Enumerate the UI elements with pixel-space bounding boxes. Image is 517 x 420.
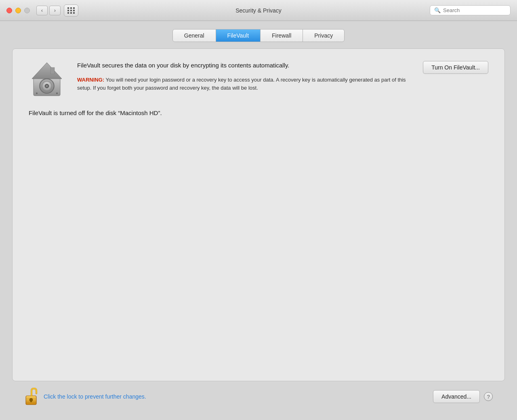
maximize-button[interactable] xyxy=(24,8,30,13)
filevault-icon xyxy=(29,61,65,97)
warning-body: You will need your login password or a r… xyxy=(77,77,406,91)
help-button[interactable]: ? xyxy=(484,392,493,401)
window-title: Security & Privacy xyxy=(235,7,282,14)
svg-rect-11 xyxy=(30,400,32,402)
filevault-status: FileVault is turned off for the disk “Ma… xyxy=(29,109,488,116)
close-button[interactable] xyxy=(6,8,12,13)
grid-icon xyxy=(67,7,75,14)
forward-button[interactable]: › xyxy=(49,6,61,15)
filevault-panel: FileVault secures the data on your disk … xyxy=(12,48,505,381)
traffic-lights xyxy=(6,8,30,13)
warning-label: WARNING: xyxy=(77,77,104,83)
panel-description: FileVault secures the data on your disk … xyxy=(77,61,411,92)
minimize-button[interactable] xyxy=(15,8,21,13)
lock-toggle[interactable]: Click the lock to prevent further change… xyxy=(24,388,146,405)
tab-privacy[interactable]: Privacy xyxy=(303,29,344,42)
main-content: General FileVault Firewall Privacy xyxy=(0,21,517,420)
bottom-bar: Click the lock to prevent further change… xyxy=(12,381,505,412)
back-button[interactable]: ‹ xyxy=(36,6,48,15)
search-bar[interactable]: 🔍 xyxy=(430,5,511,15)
tabs: General FileVault Firewall Privacy xyxy=(172,29,345,42)
svg-rect-2 xyxy=(50,67,55,74)
svg-point-6 xyxy=(46,85,48,87)
grid-view-button[interactable] xyxy=(64,4,78,17)
tabs-container: General FileVault Firewall Privacy xyxy=(12,29,505,42)
bottom-right: Advanced... ? xyxy=(433,390,493,403)
tab-general[interactable]: General xyxy=(173,29,216,42)
lock-icon xyxy=(24,388,39,405)
filevault-warning: WARNING: You will need your login passwo… xyxy=(77,76,411,92)
titlebar: ‹ › Security & Privacy 🔍 xyxy=(0,0,517,21)
search-input[interactable] xyxy=(443,7,506,13)
search-icon: 🔍 xyxy=(434,7,441,13)
svg-point-7 xyxy=(36,92,38,94)
svg-marker-1 xyxy=(32,63,62,79)
filevault-description: FileVault secures the data on your disk … xyxy=(77,61,411,70)
tab-filevault[interactable]: FileVault xyxy=(216,29,261,42)
advanced-button[interactable]: Advanced... xyxy=(433,390,480,403)
lock-label[interactable]: Click the lock to prevent further change… xyxy=(44,393,146,400)
nav-buttons: ‹ › xyxy=(36,6,61,15)
tab-firewall[interactable]: Firewall xyxy=(261,29,303,42)
svg-point-8 xyxy=(56,92,58,94)
panel-top: FileVault secures the data on your disk … xyxy=(29,61,488,97)
turn-on-filevault-button[interactable]: Turn On FileVault... xyxy=(423,61,488,74)
